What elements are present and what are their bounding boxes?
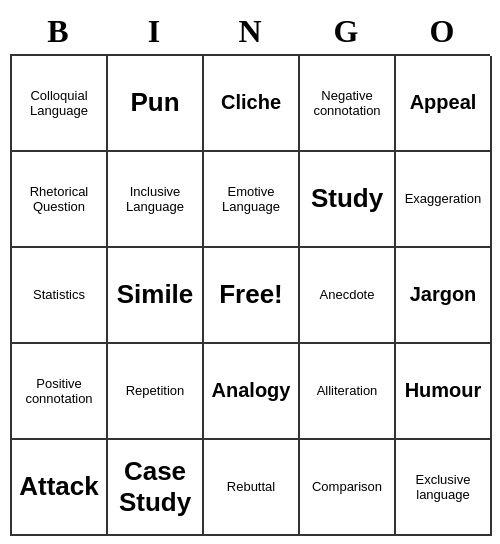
bingo-cell-18: Alliteration: [300, 344, 396, 440]
header-letter-b: B: [14, 13, 102, 50]
bingo-cell-6: Inclusive Language: [108, 152, 204, 248]
bingo-cell-9: Exaggeration: [396, 152, 492, 248]
header-letter-g: G: [302, 13, 390, 50]
bingo-header: BINGO: [10, 9, 490, 54]
bingo-card: BINGO Colloquial LanguagePunClicheNegati…: [10, 9, 490, 536]
bingo-cell-19: Humour: [396, 344, 492, 440]
bingo-cell-3: Negative connotation: [300, 56, 396, 152]
bingo-cell-8: Study: [300, 152, 396, 248]
header-letter-i: I: [110, 13, 198, 50]
bingo-cell-1: Pun: [108, 56, 204, 152]
bingo-cell-0: Colloquial Language: [12, 56, 108, 152]
bingo-cell-4: Appeal: [396, 56, 492, 152]
header-letter-n: N: [206, 13, 294, 50]
bingo-cell-12: Free!: [204, 248, 300, 344]
bingo-cell-15: Positive connotation: [12, 344, 108, 440]
bingo-cell-7: Emotive Language: [204, 152, 300, 248]
bingo-cell-22: Rebuttal: [204, 440, 300, 536]
bingo-cell-13: Anecdote: [300, 248, 396, 344]
bingo-cell-11: Simile: [108, 248, 204, 344]
header-letter-o: O: [398, 13, 486, 50]
bingo-cell-21: Case Study: [108, 440, 204, 536]
bingo-cell-20: Attack: [12, 440, 108, 536]
bingo-cell-16: Repetition: [108, 344, 204, 440]
bingo-cell-24: Exclusive language: [396, 440, 492, 536]
bingo-cell-5: Rhetorical Question: [12, 152, 108, 248]
bingo-cell-10: Statistics: [12, 248, 108, 344]
bingo-cell-23: Comparison: [300, 440, 396, 536]
bingo-cell-2: Cliche: [204, 56, 300, 152]
bingo-grid: Colloquial LanguagePunClicheNegative con…: [10, 54, 490, 536]
bingo-cell-14: Jargon: [396, 248, 492, 344]
bingo-cell-17: Analogy: [204, 344, 300, 440]
